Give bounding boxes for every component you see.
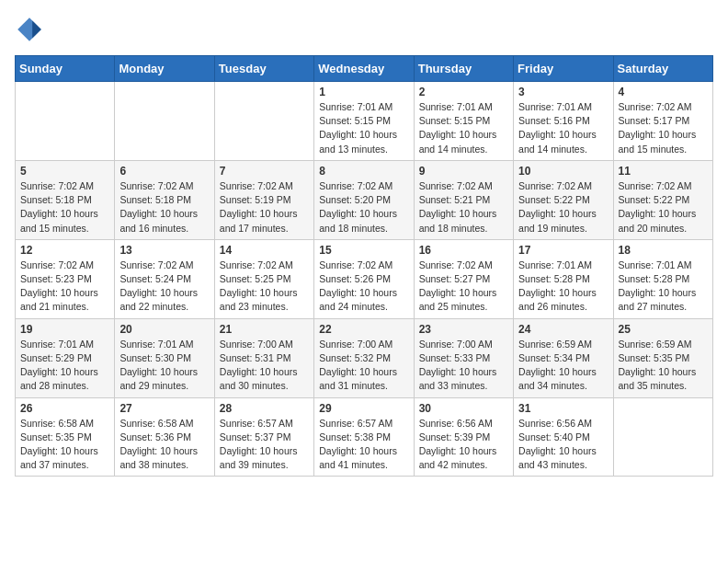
day-info: Sunrise: 7:02 AM Sunset: 5:24 PM Dayligh…: [119, 259, 209, 315]
calendar-cell: 21Sunrise: 7:00 AM Sunset: 5:31 PM Dayli…: [214, 318, 313, 397]
day-number: 22: [319, 323, 408, 336]
calendar-cell: [16, 82, 115, 161]
day-number: 25: [619, 323, 708, 336]
day-info: Sunrise: 7:02 AM Sunset: 5:20 PM Dayligh…: [319, 179, 408, 236]
page-header: [15, 15, 713, 44]
day-number: 18: [619, 244, 708, 257]
calendar-cell: 16Sunrise: 7:02 AM Sunset: 5:27 PM Dayli…: [414, 239, 513, 318]
calendar-cell: 9Sunrise: 7:02 AM Sunset: 5:21 PM Daylig…: [414, 160, 513, 239]
day-info: Sunrise: 7:02 AM Sunset: 5:18 PM Dayligh…: [20, 179, 109, 236]
day-info: Sunrise: 6:56 AM Sunset: 5:39 PM Dayligh…: [419, 417, 508, 473]
day-number: 26: [20, 402, 109, 415]
calendar-cell: 13Sunrise: 7:02 AM Sunset: 5:24 PM Dayli…: [115, 239, 214, 318]
calendar-week-row: 26Sunrise: 6:58 AM Sunset: 5:35 PM Dayli…: [16, 397, 713, 477]
day-number: 17: [518, 244, 608, 257]
day-number: 30: [419, 402, 508, 415]
day-of-week-header: Sunday: [16, 56, 115, 82]
day-info: Sunrise: 7:01 AM Sunset: 5:30 PM Dayligh…: [119, 338, 209, 394]
day-info: Sunrise: 7:01 AM Sunset: 5:16 PM Dayligh…: [518, 100, 608, 156]
calendar-cell: 17Sunrise: 7:01 AM Sunset: 5:28 PM Dayli…: [514, 239, 613, 318]
day-number: 3: [518, 86, 608, 98]
svg-marker-1: [32, 20, 41, 38]
day-number: 29: [319, 402, 408, 415]
calendar-cell: [115, 82, 214, 161]
day-of-week-header: Friday: [514, 56, 613, 82]
calendar-table: SundayMondayTuesdayWednesdayThursdayFrid…: [15, 55, 713, 477]
day-info: Sunrise: 6:57 AM Sunset: 5:37 PM Dayligh…: [220, 417, 309, 473]
day-number: 1: [319, 86, 408, 98]
calendar-week-row: 1Sunrise: 7:01 AM Sunset: 5:15 PM Daylig…: [16, 82, 713, 161]
day-info: Sunrise: 7:01 AM Sunset: 5:29 PM Dayligh…: [20, 338, 109, 394]
day-info: Sunrise: 7:02 AM Sunset: 5:23 PM Dayligh…: [20, 259, 109, 315]
calendar-cell: 23Sunrise: 7:00 AM Sunset: 5:33 PM Dayli…: [414, 318, 513, 397]
day-info: Sunrise: 7:02 AM Sunset: 5:18 PM Dayligh…: [119, 179, 209, 236]
calendar-cell: 26Sunrise: 6:58 AM Sunset: 5:35 PM Dayli…: [16, 397, 115, 477]
calendar-cell: 11Sunrise: 7:02 AM Sunset: 5:22 PM Dayli…: [613, 160, 712, 239]
calendar-cell: 19Sunrise: 7:01 AM Sunset: 5:29 PM Dayli…: [16, 318, 115, 397]
day-info: Sunrise: 6:59 AM Sunset: 5:34 PM Dayligh…: [518, 338, 608, 394]
day-of-week-header: Saturday: [613, 56, 712, 82]
day-number: 10: [518, 165, 608, 178]
day-info: Sunrise: 6:56 AM Sunset: 5:40 PM Dayligh…: [518, 417, 608, 473]
calendar-cell: 27Sunrise: 6:58 AM Sunset: 5:36 PM Dayli…: [115, 397, 214, 477]
day-of-week-header: Tuesday: [214, 56, 313, 82]
day-info: Sunrise: 7:02 AM Sunset: 5:22 PM Dayligh…: [619, 179, 708, 236]
calendar-week-row: 5Sunrise: 7:02 AM Sunset: 5:18 PM Daylig…: [16, 160, 713, 239]
calendar-cell: 22Sunrise: 7:00 AM Sunset: 5:32 PM Dayli…: [314, 318, 414, 397]
day-number: 7: [220, 165, 309, 178]
day-info: Sunrise: 7:02 AM Sunset: 5:25 PM Dayligh…: [220, 259, 309, 315]
day-info: Sunrise: 6:57 AM Sunset: 5:38 PM Dayligh…: [319, 417, 408, 473]
calendar-cell: 1Sunrise: 7:01 AM Sunset: 5:15 PM Daylig…: [314, 82, 414, 161]
calendar-cell: 14Sunrise: 7:02 AM Sunset: 5:25 PM Dayli…: [214, 239, 313, 318]
day-info: Sunrise: 7:00 AM Sunset: 5:33 PM Dayligh…: [419, 338, 508, 394]
day-number: 28: [220, 402, 309, 415]
calendar-cell: 5Sunrise: 7:02 AM Sunset: 5:18 PM Daylig…: [16, 160, 115, 239]
calendar-cell: 12Sunrise: 7:02 AM Sunset: 5:23 PM Dayli…: [16, 239, 115, 318]
day-number: 13: [119, 244, 209, 257]
day-info: Sunrise: 6:58 AM Sunset: 5:36 PM Dayligh…: [119, 417, 209, 473]
day-number: 8: [319, 165, 408, 178]
logo: [15, 15, 48, 44]
day-info: Sunrise: 7:02 AM Sunset: 5:21 PM Dayligh…: [419, 179, 508, 236]
day-of-week-header: Wednesday: [314, 56, 414, 82]
day-number: 21: [220, 323, 309, 336]
calendar-cell: 2Sunrise: 7:01 AM Sunset: 5:15 PM Daylig…: [414, 82, 513, 161]
day-number: 12: [20, 244, 109, 257]
day-info: Sunrise: 7:01 AM Sunset: 5:28 PM Dayligh…: [518, 259, 608, 315]
calendar-cell: 30Sunrise: 6:56 AM Sunset: 5:39 PM Dayli…: [414, 397, 513, 477]
calendar-cell: 20Sunrise: 7:01 AM Sunset: 5:30 PM Dayli…: [115, 318, 214, 397]
day-number: 9: [419, 165, 508, 178]
calendar-cell: 31Sunrise: 6:56 AM Sunset: 5:40 PM Dayli…: [514, 397, 613, 477]
calendar-cell: 28Sunrise: 6:57 AM Sunset: 5:37 PM Dayli…: [214, 397, 313, 477]
day-info: Sunrise: 7:02 AM Sunset: 5:26 PM Dayligh…: [319, 259, 408, 315]
day-number: 5: [20, 165, 109, 178]
day-number: 23: [419, 323, 508, 336]
calendar-week-row: 12Sunrise: 7:02 AM Sunset: 5:23 PM Dayli…: [16, 239, 713, 318]
day-number: 11: [619, 165, 708, 178]
day-number: 20: [119, 323, 209, 336]
calendar-header-row: SundayMondayTuesdayWednesdayThursdayFrid…: [16, 56, 713, 82]
day-info: Sunrise: 7:02 AM Sunset: 5:22 PM Dayligh…: [518, 179, 608, 236]
logo-icon: [15, 15, 44, 44]
day-info: Sunrise: 7:02 AM Sunset: 5:19 PM Dayligh…: [220, 179, 309, 236]
calendar-cell: 15Sunrise: 7:02 AM Sunset: 5:26 PM Dayli…: [314, 239, 414, 318]
calendar-week-row: 19Sunrise: 7:01 AM Sunset: 5:29 PM Dayli…: [16, 318, 713, 397]
day-number: 24: [518, 323, 608, 336]
calendar-cell: [613, 397, 712, 477]
day-info: Sunrise: 7:01 AM Sunset: 5:15 PM Dayligh…: [419, 100, 508, 156]
day-number: 15: [319, 244, 408, 257]
day-info: Sunrise: 7:02 AM Sunset: 5:27 PM Dayligh…: [419, 259, 508, 315]
day-info: Sunrise: 7:02 AM Sunset: 5:17 PM Dayligh…: [619, 100, 708, 156]
calendar-cell: 24Sunrise: 6:59 AM Sunset: 5:34 PM Dayli…: [514, 318, 613, 397]
calendar-cell: 3Sunrise: 7:01 AM Sunset: 5:16 PM Daylig…: [514, 82, 613, 161]
day-number: 14: [220, 244, 309, 257]
day-info: Sunrise: 7:01 AM Sunset: 5:15 PM Dayligh…: [319, 100, 408, 156]
calendar-cell: 8Sunrise: 7:02 AM Sunset: 5:20 PM Daylig…: [314, 160, 414, 239]
day-number: 6: [119, 165, 209, 178]
day-info: Sunrise: 7:00 AM Sunset: 5:31 PM Dayligh…: [220, 338, 309, 394]
day-info: Sunrise: 6:59 AM Sunset: 5:35 PM Dayligh…: [619, 338, 708, 394]
day-info: Sunrise: 6:58 AM Sunset: 5:35 PM Dayligh…: [20, 417, 109, 473]
day-number: 19: [20, 323, 109, 336]
calendar-cell: 18Sunrise: 7:01 AM Sunset: 5:28 PM Dayli…: [613, 239, 712, 318]
day-info: Sunrise: 7:00 AM Sunset: 5:32 PM Dayligh…: [319, 338, 408, 394]
